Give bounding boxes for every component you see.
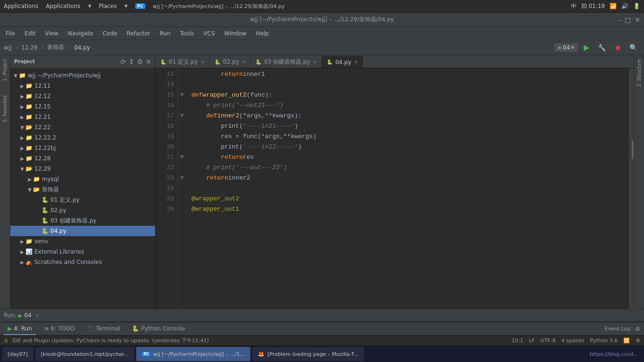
menu-run[interactable]: Run [156,29,174,38]
code-container[interactable]: 13 14 15 16 17 18 19 20 21 22 23 24 25 2… [156,68,634,309]
fold-17[interactable]: ▼ [178,110,186,120]
close-button[interactable]: ✕ [635,16,640,24]
scroll-thumb[interactable] [632,140,634,159]
menu-vcs[interactable]: VCS [199,29,218,38]
fold-21[interactable]: ▼ [178,151,186,162]
folder-icon-decorators: 📂 [33,186,40,193]
build-button[interactable]: 🔧 [595,43,609,52]
tree-item-file1[interactable]: ▶ 🐍 01 定义.py [10,195,155,205]
tree-item-decorators[interactable]: ▼ 📂 装饰器 [10,184,155,195]
menu-view[interactable]: View [41,29,62,38]
panel-settings-btn[interactable]: ⚙ [137,58,143,66]
line-ending[interactable]: LF [529,337,535,344]
tree-item-scratches[interactable]: ▶ ⛺ Scratches and Consoles [10,257,155,267]
taskbar-item-kiosk[interactable]: [kiosk@foundation1:/opt/pychar... [35,347,134,361]
tab-file4[interactable]: 🐍 04.py ✕ [322,56,363,68]
menu-tools[interactable]: Tools [176,29,198,38]
tree-item-1222[interactable]: ▼ 📂 12.22 [10,122,155,132]
maximize-button[interactable]: □ [625,16,631,24]
sidebar-tab-project[interactable]: 1: Project [1,57,8,83]
tree-item-1222bj[interactable]: ▶ 📁 12.22bj [10,143,155,153]
charset[interactable]: UTF-8 [540,337,555,344]
folder-icon-12222: 📁 [25,134,33,141]
tree-item-mysql[interactable]: ▶ 📁 mysql [10,174,155,184]
tree-item-1229[interactable]: ▼ 📂 12.29 [10,164,155,174]
tab-close-3[interactable]: ✕ [313,59,317,65]
python-console-tab-label: Python Console [141,325,185,332]
settings-icon[interactable]: ⚙ [636,337,640,344]
panel-collapse-btn[interactable]: ↕ [129,58,134,66]
breadcrumb-subfolder[interactable]: 装饰器 [47,43,64,51]
run-config-selector[interactable]: ▶ 04 ▼ [554,43,578,52]
breadcrumb-folder[interactable]: 12.29 [21,44,37,51]
arrow-1211: ▶ [19,83,25,89]
bottom-tab-run[interactable]: ▶ 4: Run [4,322,36,335]
tree-root[interactable]: ▼ 📁 wjj ~/PycharmProjects/wjj [10,70,155,81]
menu-edit[interactable]: Edit [21,29,39,38]
lang-indicator[interactable]: 中 [571,2,577,10]
places-menu[interactable]: Places [99,3,117,9]
menu-code[interactable]: Code [99,29,121,38]
tree-item-file2[interactable]: ▶ 🐍 02.py [10,205,155,215]
tree-item-ext-libs[interactable]: ▶ 📊 External Libraries [10,247,155,257]
tab-close-1[interactable]: ✕ [201,59,205,65]
folder-icon-1228: 📁 [25,155,33,162]
taskbar-item-day07[interactable]: [day07] [2,347,33,361]
event-log-btn[interactable]: Event Log [605,326,631,332]
tab-close-2[interactable]: ✕ [242,59,246,65]
py-icon-file2: 🐍 [41,207,49,214]
tree-item-1215[interactable]: ▶ 📁 12.15 [10,101,155,112]
tree-item-1212[interactable]: ▶ 📁 12.12 [10,91,155,101]
fold-26 [178,203,186,214]
tree-item-file3[interactable]: ▶ 🐍 03 创建装饰器.py [10,215,155,226]
taskbar-item-pycharm[interactable]: PC wjj [~/PycharmProjects/wjj] – .../1..… [136,347,250,361]
code-line-13: return inner1 [191,69,623,80]
menu-file[interactable]: File [2,29,19,38]
menu-window[interactable]: Window [221,29,250,38]
code-line-24 [191,183,623,194]
minimize-button[interactable]: – [618,16,621,24]
menu-help[interactable]: Help [252,29,272,38]
search-button[interactable]: 🔍 [627,43,640,52]
tree-item-12222[interactable]: ▶ 📁 12.22.2 [10,132,155,143]
sidebar-tab-structure[interactable]: 2: Structure [636,57,643,89]
run-button[interactable]: ▶ [581,42,592,53]
tab-close-4[interactable]: ✕ [354,59,358,65]
code-content[interactable]: return inner1 def wrapper_out2(func): # … [186,68,629,309]
root-arrow: ▼ [12,73,19,78]
menu-navigate[interactable]: Navigate [64,29,97,38]
ext-libs-icon: 📊 [25,248,33,255]
panel-sync-btn[interactable]: ⟳ [120,58,126,66]
taskbar-label-kiosk: [kiosk@foundation1:/opt/pychar... [41,351,129,357]
applications-menu[interactable]: Applications [4,3,38,9]
python-version[interactable]: Python 3.6 [590,337,618,344]
tab-file2[interactable]: 🐍 02.py ✕ [210,56,251,68]
breadcrumb-root[interactable]: wjj [4,44,11,51]
tree-item-venv[interactable]: ▶ 📁 venv [10,236,155,247]
tree-item-1221[interactable]: ▶ 📁 12.21 [10,112,155,122]
tree-item-1211[interactable]: ▶ 📁 12.11 [10,81,155,91]
folder-icon-1222: 📂 [25,124,33,131]
run-close-btn[interactable]: ✕ [35,313,39,318]
tree-item-1228[interactable]: ▶ 📁 12.28 [10,153,155,164]
applications-label[interactable]: Applications [46,3,80,9]
fold-23[interactable]: ▼ [178,172,186,182]
code-scrollbar[interactable] [629,68,634,309]
tab-file3[interactable]: 🐍 03 创建装饰器.py ✕ [251,56,322,68]
indent[interactable]: 4 spaces [561,337,585,344]
tree-item-file4[interactable]: ▶ 🐍 04.py [10,226,155,236]
bottom-tab-terminal[interactable]: ⬛ Terminal [83,322,124,335]
fold-15[interactable]: ▼ [178,89,186,99]
breadcrumb-file[interactable]: 04.py [74,44,90,51]
bottom-tab-todo[interactable]: ≡ 6: TODO [41,322,79,335]
bottom-tab-python-console[interactable]: 🐍 Python Console [128,322,189,335]
taskbar-item-firefox[interactable]: 🦊 [Problem loading page – Mozilla F... [252,347,364,361]
name-1222: 12.22 [34,124,50,131]
tab-file1[interactable]: 🐍 01 定义.py ✕ [156,56,210,68]
tab-py-icon-4: 🐍 [327,59,332,65]
stop-button[interactable]: ⏹ [611,43,624,52]
bottom-settings-btn[interactable]: ⚙ [635,326,640,332]
menu-refactor[interactable]: Refactor [123,29,154,38]
panel-hide-btn[interactable]: ✕ [146,58,151,66]
sidebar-tab-favorites[interactable]: 2: Favorites [1,93,8,124]
